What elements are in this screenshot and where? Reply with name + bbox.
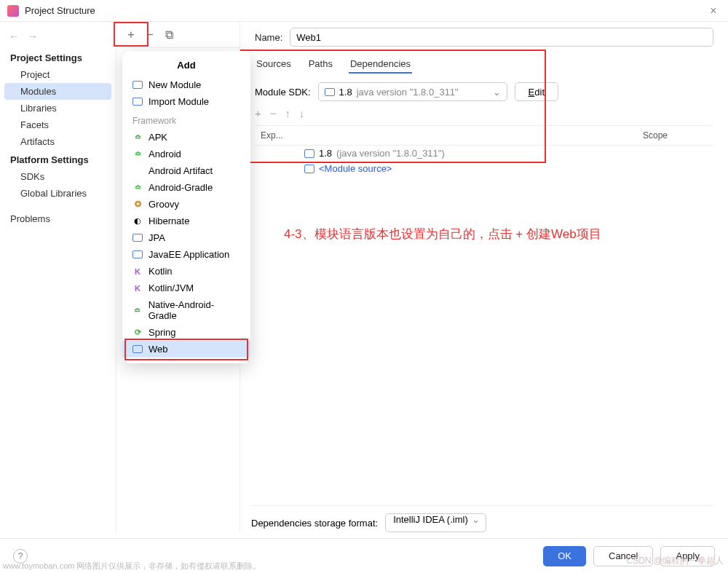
module-sdk-select[interactable]: 1.8 java version "1.8.0_311" — [318, 82, 507, 101]
hibernate-icon: ◐ — [132, 216, 143, 226]
popup-section-framework: Framework — [122, 110, 250, 129]
popup-native-android[interactable]: ≏Native-Android-Gradle — [122, 296, 250, 324]
sdk-main: 1.8 — [339, 87, 352, 98]
module-sdk-label: Module SDK: — [255, 87, 311, 98]
titlebar: Project Structure × — [0, 0, 728, 22]
dep-row-module-source[interactable]: <Module source> — [255, 161, 713, 176]
sidebar: ← → Project Settings Project Modules Lib… — [0, 22, 116, 531]
sidebar-item-modules[interactable]: Modules — [4, 83, 111, 100]
module-name-input[interactable] — [290, 28, 713, 47]
folder-icon — [132, 98, 143, 106]
popup-groovy[interactable]: ✪Groovy — [122, 196, 250, 213]
popup-android-gradle[interactable]: ≏Android-Gradle — [122, 179, 250, 196]
dep-down-icon[interactable]: ↓ — [299, 107, 305, 119]
groovy-icon: ✪ — [132, 199, 143, 210]
copy-module-icon[interactable]: ⧉ — [163, 29, 175, 41]
forward-icon[interactable]: → — [28, 31, 38, 42]
popup-android-artifact[interactable]: Android Artifact — [122, 162, 250, 179]
popup-javaee[interactable]: JavaEE Application — [122, 246, 250, 263]
kotlin-icon: K — [132, 266, 143, 277]
deps-format-row: Dependencies storage format: IntelliJ ID… — [251, 505, 713, 532]
name-label: Name: — [255, 32, 282, 43]
sidebar-item-sdks[interactable]: SDKs — [0, 168, 116, 185]
android-icon: ≏ — [132, 149, 143, 159]
remove-module-icon[interactable]: − — [144, 29, 156, 41]
kotlin-icon: K — [132, 283, 143, 293]
popup-new-module[interactable]: New Module — [122, 76, 250, 93]
back-icon[interactable]: ← — [9, 31, 19, 42]
window-title: Project Structure — [25, 5, 706, 16]
module-tabs: Sources Paths Dependencies — [255, 55, 713, 74]
sdk-version: java version "1.8.0_311" — [357, 87, 459, 98]
popup-import-module[interactable]: Import Module — [122, 93, 250, 110]
popup-title: Add — [122, 57, 250, 76]
dep-row-sdk[interactable]: 1.8 (java version "1.8.0_311") — [255, 146, 713, 161]
spring-icon: ⟳ — [132, 328, 143, 338]
dep-remove-icon[interactable]: − — [270, 107, 277, 119]
add-module-icon[interactable]: + — [125, 29, 137, 41]
dep-header-scope: Scope — [597, 126, 713, 145]
module-detail-panel: Name: Sources Paths Dependencies Module … — [240, 22, 728, 531]
sidebar-item-global-libraries[interactable]: Global Libraries — [0, 185, 116, 202]
sidebar-item-artifacts[interactable]: Artifacts — [0, 133, 116, 150]
dep-add-icon[interactable]: + — [255, 107, 261, 119]
add-popup: Add New Module Import Module Framework ≏… — [122, 51, 250, 363]
app-icon — [7, 5, 19, 17]
deps-format-select[interactable]: IntelliJ IDEA (.iml) — [385, 513, 486, 532]
folder-icon — [132, 81, 143, 89]
ok-button[interactable]: OK — [543, 546, 586, 566]
dep-up-icon[interactable]: ↑ — [285, 107, 291, 119]
folder-icon — [132, 250, 143, 258]
watermark-right: CSDN @编程的一拳超人 — [626, 555, 724, 567]
sdk-icon — [325, 88, 335, 96]
dep-header-export: Exp... — [255, 126, 298, 145]
annotation-text: 4-3、模块语言版本也设置为自己的，点击 + 创建Web项目 — [284, 224, 601, 245]
popup-kotlin[interactable]: KKotlin — [122, 263, 250, 280]
section-project-settings: Project Settings — [0, 48, 116, 66]
tab-sources[interactable]: Sources — [255, 55, 293, 74]
popup-apk[interactable]: ≏APK — [122, 129, 250, 146]
tab-paths[interactable]: Paths — [307, 55, 334, 74]
android-icon: ≏ — [132, 133, 143, 143]
popup-hibernate[interactable]: ◐Hibernate — [122, 213, 250, 229]
android-icon: ≏ — [132, 305, 143, 315]
module-toolbar: + − ⧉ — [116, 22, 240, 48]
popup-web[interactable]: Web — [122, 341, 250, 357]
dependencies-toolbar: + − ↑ ↓ — [255, 107, 713, 119]
watermark-left: www.toymoban.com 网络图片仅供展示，非存储，如有侵权请联系删除。 — [3, 561, 261, 572]
sidebar-item-libraries[interactable]: Libraries — [0, 100, 116, 116]
tab-dependencies[interactable]: Dependencies — [349, 55, 412, 74]
deps-format-label: Dependencies storage format: — [251, 518, 378, 529]
sidebar-item-problems[interactable]: Problems — [0, 210, 116, 227]
popup-kotlin-jvm[interactable]: KKotlin/JVM — [122, 280, 250, 296]
popup-jpa[interactable]: JPA — [122, 229, 250, 246]
folder-icon — [304, 165, 314, 173]
dependencies-table: Exp... Scope 1.8 (java version "1.8.0_31… — [255, 125, 713, 176]
android-icon: ≏ — [132, 183, 143, 193]
edit-sdk-button[interactable]: Edit — [515, 82, 558, 101]
sidebar-item-facets[interactable]: Facets — [0, 116, 116, 133]
popup-android[interactable]: ≏Android — [122, 146, 250, 162]
sidebar-item-project[interactable]: Project — [0, 66, 116, 83]
folder-icon — [132, 345, 143, 353]
close-icon[interactable]: × — [706, 4, 721, 17]
section-platform-settings: Platform Settings — [0, 150, 116, 168]
popup-spring[interactable]: ⟳Spring — [122, 324, 250, 341]
folder-icon — [132, 234, 143, 242]
folder-icon — [304, 149, 314, 158]
